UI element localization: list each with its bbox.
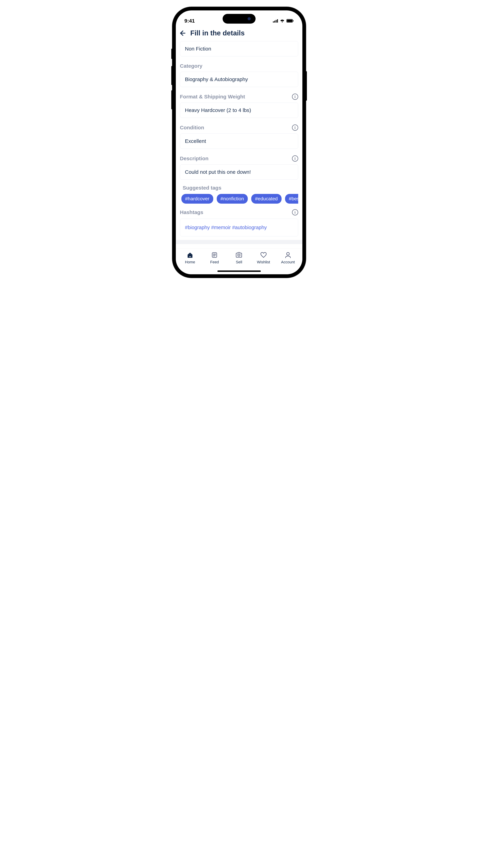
- form-scroll-area[interactable]: Type Non Fiction Category Biography & Au…: [176, 39, 302, 248]
- home-indicator[interactable]: [217, 271, 261, 272]
- hashtags-label: Hashtags: [180, 209, 203, 215]
- nav-header: Fill in the details: [176, 28, 302, 39]
- info-icon[interactable]: i: [292, 155, 298, 162]
- wifi-icon: [280, 19, 285, 23]
- svg-rect-3: [277, 19, 278, 23]
- tab-label: Home: [185, 260, 195, 265]
- condition-label: Condition: [180, 125, 204, 130]
- camera-icon: [235, 251, 243, 259]
- svg-rect-5: [287, 20, 292, 22]
- svg-point-14: [286, 252, 289, 255]
- tab-label: Sell: [236, 260, 242, 265]
- tab-account[interactable]: Account: [278, 251, 298, 265]
- svg-rect-6: [293, 20, 294, 22]
- description-label: Description: [180, 156, 209, 161]
- description-input[interactable]: Could not put this one down!: [180, 164, 298, 180]
- account-icon: [284, 251, 292, 259]
- format-label: Format & Shipping Weight: [180, 94, 245, 100]
- battery-icon: [286, 19, 294, 23]
- suggested-tag[interactable]: #bestseller: [285, 194, 298, 204]
- cellular-signal-icon: [273, 19, 278, 23]
- svg-rect-0: [273, 21, 274, 23]
- format-select[interactable]: Heavy Hardcover (2 to 4 lbs): [180, 102, 298, 118]
- info-icon[interactable]: i: [292, 209, 298, 215]
- notch: [223, 14, 255, 24]
- suggested-tag-row[interactable]: #hardcover #nonfiction #educated #bestse…: [180, 194, 298, 204]
- suggested-tag[interactable]: #educated: [251, 194, 281, 204]
- tab-wishlist[interactable]: Wishlist: [253, 251, 274, 265]
- section-divider: [176, 240, 302, 244]
- info-icon[interactable]: i: [292, 124, 298, 131]
- back-arrow-icon[interactable]: [179, 30, 186, 37]
- suggested-tags-label: Suggested tags: [183, 185, 298, 191]
- category-label: Category: [180, 63, 203, 69]
- feed-icon: [211, 251, 218, 259]
- tab-feed[interactable]: Feed: [204, 251, 225, 265]
- svg-point-13: [239, 255, 239, 255]
- tab-label: Feed: [210, 260, 219, 265]
- type-select[interactable]: Non Fiction: [180, 41, 298, 56]
- tab-home[interactable]: Home: [180, 251, 200, 265]
- suggested-tag[interactable]: #nonfiction: [217, 194, 248, 204]
- status-time: 9:41: [184, 18, 195, 24]
- heart-icon: [260, 251, 267, 259]
- home-icon: [186, 251, 194, 259]
- svg-rect-1: [274, 21, 275, 23]
- tab-label: Wishlist: [257, 260, 270, 265]
- suggested-tag[interactable]: #hardcover: [181, 194, 213, 204]
- page-title: Fill in the details: [191, 29, 245, 37]
- category-select[interactable]: Biography & Autobiography: [180, 72, 298, 87]
- condition-select[interactable]: Excellent: [180, 133, 298, 149]
- hashtags-input[interactable]: #biography #memoir #autobiography: [180, 219, 298, 237]
- svg-rect-2: [276, 20, 277, 23]
- tab-label: Account: [281, 260, 295, 265]
- info-icon[interactable]: i: [292, 94, 298, 100]
- tab-sell[interactable]: Sell: [229, 251, 249, 265]
- svg-rect-7: [189, 256, 191, 257]
